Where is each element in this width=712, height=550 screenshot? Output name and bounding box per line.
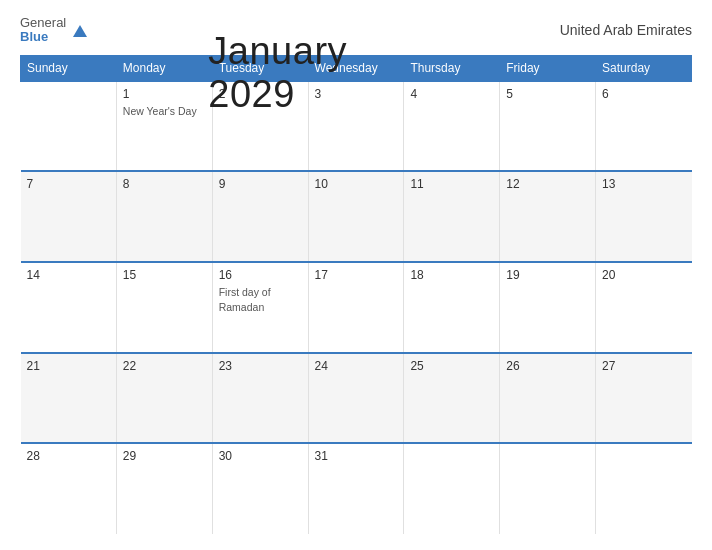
logo-line1: General bbox=[20, 16, 66, 30]
day-cell-5-4: 31 bbox=[308, 443, 404, 534]
day-cell-5-5 bbox=[404, 443, 500, 534]
day-number: 28 bbox=[27, 449, 110, 463]
day-cell-3-6: 19 bbox=[500, 262, 596, 353]
day-number: 29 bbox=[123, 449, 206, 463]
day-cell-4-6: 26 bbox=[500, 353, 596, 444]
day-cell-5-7 bbox=[596, 443, 692, 534]
logo-line2: Blue bbox=[20, 30, 66, 44]
logo-text: General Blue bbox=[20, 16, 66, 45]
week-row-4: 21222324252627 bbox=[21, 353, 692, 444]
day-cell-3-5: 18 bbox=[404, 262, 500, 353]
day-cell-2-6: 12 bbox=[500, 171, 596, 262]
day-number: 8 bbox=[123, 177, 206, 191]
day-number: 20 bbox=[602, 268, 685, 282]
day-cell-2-2: 8 bbox=[116, 171, 212, 262]
day-number: 31 bbox=[315, 449, 398, 463]
holiday-label: First day of Ramadan bbox=[219, 286, 271, 313]
day-cell-5-3: 30 bbox=[212, 443, 308, 534]
day-cell-3-4: 17 bbox=[308, 262, 404, 353]
day-number: 30 bbox=[219, 449, 302, 463]
calendar-header: General Blue January 2029 United Arab Em… bbox=[20, 16, 692, 45]
day-cell-3-7: 20 bbox=[596, 262, 692, 353]
day-number: 17 bbox=[315, 268, 398, 282]
day-number: 5 bbox=[506, 87, 589, 101]
day-number: 1 bbox=[123, 87, 206, 101]
day-cell-4-2: 22 bbox=[116, 353, 212, 444]
day-cell-1-2: 1New Year's Day bbox=[116, 81, 212, 172]
day-cell-1-7: 6 bbox=[596, 81, 692, 172]
day-number: 16 bbox=[219, 268, 302, 282]
day-number: 11 bbox=[410, 177, 493, 191]
day-cell-2-3: 9 bbox=[212, 171, 308, 262]
day-cell-4-1: 21 bbox=[21, 353, 117, 444]
day-number: 7 bbox=[27, 177, 110, 191]
day-number: 22 bbox=[123, 359, 206, 373]
day-cell-4-5: 25 bbox=[404, 353, 500, 444]
day-cell-3-1: 14 bbox=[21, 262, 117, 353]
day-number: 13 bbox=[602, 177, 685, 191]
day-cell-1-6: 5 bbox=[500, 81, 596, 172]
weekday-saturday: Saturday bbox=[596, 55, 692, 81]
day-cell-1-1 bbox=[21, 81, 117, 172]
holiday-label: New Year's Day bbox=[123, 105, 197, 117]
week-row-5: 28293031 bbox=[21, 443, 692, 534]
day-cell-4-7: 27 bbox=[596, 353, 692, 444]
day-cell-2-4: 10 bbox=[308, 171, 404, 262]
month-title: January 2029 bbox=[208, 30, 442, 116]
day-number: 9 bbox=[219, 177, 302, 191]
week-row-2: 78910111213 bbox=[21, 171, 692, 262]
day-number: 10 bbox=[315, 177, 398, 191]
weekday-friday: Friday bbox=[500, 55, 596, 81]
day-cell-3-2: 15 bbox=[116, 262, 212, 353]
day-number: 12 bbox=[506, 177, 589, 191]
day-number: 19 bbox=[506, 268, 589, 282]
day-cell-3-3: 16First day of Ramadan bbox=[212, 262, 308, 353]
calendar-table: Sunday Monday Tuesday Wednesday Thursday… bbox=[20, 55, 692, 534]
day-cell-5-6 bbox=[500, 443, 596, 534]
svg-marker-0 bbox=[73, 25, 87, 37]
weekday-monday: Monday bbox=[116, 55, 212, 81]
day-cell-5-1: 28 bbox=[21, 443, 117, 534]
day-number: 27 bbox=[602, 359, 685, 373]
day-number: 6 bbox=[602, 87, 685, 101]
day-number: 15 bbox=[123, 268, 206, 282]
week-row-3: 141516First day of Ramadan17181920 bbox=[21, 262, 692, 353]
country-name: United Arab Emirates bbox=[560, 22, 692, 38]
day-number: 25 bbox=[410, 359, 493, 373]
day-number: 23 bbox=[219, 359, 302, 373]
day-cell-2-1: 7 bbox=[21, 171, 117, 262]
calendar-wrapper: General Blue January 2029 United Arab Em… bbox=[0, 0, 712, 550]
day-cell-4-4: 24 bbox=[308, 353, 404, 444]
logo-icon bbox=[69, 19, 91, 41]
day-number: 24 bbox=[315, 359, 398, 373]
day-cell-5-2: 29 bbox=[116, 443, 212, 534]
day-number: 18 bbox=[410, 268, 493, 282]
day-number: 14 bbox=[27, 268, 110, 282]
calendar-body: 1New Year's Day2345678910111213141516Fir… bbox=[21, 81, 692, 534]
weekday-sunday: Sunday bbox=[21, 55, 117, 81]
day-cell-2-7: 13 bbox=[596, 171, 692, 262]
logo: General Blue bbox=[20, 16, 91, 45]
day-cell-4-3: 23 bbox=[212, 353, 308, 444]
day-cell-2-5: 11 bbox=[404, 171, 500, 262]
day-number: 26 bbox=[506, 359, 589, 373]
day-number: 21 bbox=[27, 359, 110, 373]
